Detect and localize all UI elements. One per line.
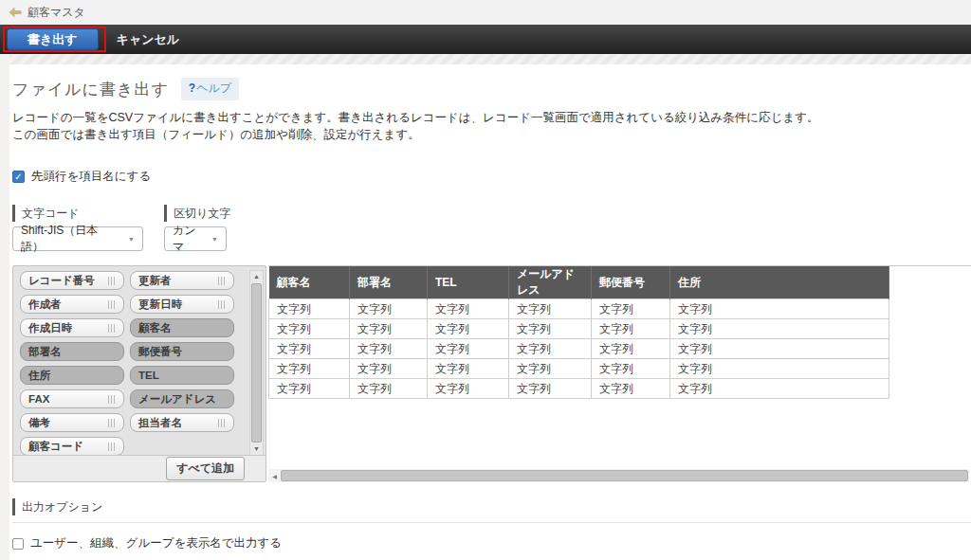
main-content: ファイルに書き出す ?ヘルプ レコードの一覧をCSVファイルに書き出すことができ… [0,78,971,560]
back-arrow-icon[interactable] [9,7,22,18]
delimiter-label: 区切り文字 [164,205,230,222]
header-row-option[interactable]: ✓ 先頭行を項目名にする [12,169,151,185]
header-row-checkbox[interactable]: ✓ [12,171,25,183]
drag-handle-icon [108,324,116,333]
export-button[interactable]: 書き出す [7,28,99,50]
field-chip-label: 住所 [28,369,50,383]
table-cell: 文字列 [509,379,592,399]
table-cell: 文字列 [509,319,592,339]
cancel-button[interactable]: キャンセル [117,31,180,48]
horizontal-scrollbar-thumb[interactable] [281,470,968,481]
output-options-title: 出力オプション [12,498,102,515]
table-horizontal-scrollbar[interactable]: ◀ [268,469,969,482]
charset-group: 文字コード Shift-JIS（日本語） ▼ [12,205,143,251]
page-description: レコードの一覧をCSVファイルに書き出すことができます。書き出されるレコードは、… [12,109,971,143]
table-cell: 文字列 [509,299,592,319]
vertical-scrollbar-thumb[interactable] [251,283,262,443]
table-cell: 文字列 [509,339,592,359]
column-header: 住所 [670,266,889,299]
table-row: 文字列文字列文字列文字列文字列文字列 [269,359,889,379]
field-chip-label: 作成日時 [28,321,72,335]
table-cell: 文字列 [592,339,670,359]
table-cell: 文字列 [670,379,889,399]
column-header: 郵便番号 [592,266,670,299]
field-chip-label: 郵便番号 [138,345,182,359]
table-row: 文字列文字列文字列文字列文字列文字列 [269,299,889,319]
breadcrumb-bar: 顧客マスタ [0,0,971,25]
field-chip[interactable]: TEL [130,366,234,385]
delimiter-select[interactable]: カンマ ▼ [164,226,227,251]
field-chip[interactable]: レコード番号 [20,271,124,290]
field-chip[interactable]: 住所 [20,366,124,385]
drag-handle-icon [108,277,116,285]
output-option-checkbox[interactable] [12,538,24,550]
field-chip[interactable]: 部署名 [20,342,124,361]
column-header: 顧客名 [269,266,350,299]
field-chip[interactable]: 作成日時 [20,318,124,337]
dropdown-caret-icon: ▼ [128,236,135,243]
field-chip[interactable]: 更新者 [130,271,234,290]
field-panel-scrollbar[interactable]: ▲ ▼ [249,270,264,456]
file-format-options: 文字コード Shift-JIS（日本語） ▼ 区切り文字 カンマ ▼ [12,205,971,251]
table-cell: 文字列 [269,379,350,399]
field-chip[interactable]: 郵便番号 [130,342,234,361]
delimiter-selected-value: カンマ [173,223,202,255]
field-chip[interactable]: メールアドレス [130,389,234,408]
field-chip[interactable]: 担当者名 [130,413,234,432]
scroll-up-icon[interactable]: ▲ [253,271,260,282]
table-cell: 文字列 [269,299,350,319]
field-chip[interactable]: 備考 [20,413,124,432]
column-header: メールアドレス [509,266,592,299]
scroll-down-icon[interactable]: ▼ [253,443,260,455]
help-label: ヘルプ [196,81,231,95]
field-chip[interactable]: 顧客コード [20,437,124,456]
field-chip-label: FAX [28,393,49,405]
table-cell: 文字列 [428,299,509,319]
field-panel-footer: すべて追加 [13,455,266,481]
table-row: 文字列文字列文字列文字列文字列文字列 [269,339,889,359]
table-cell: 文字列 [269,359,350,379]
table-cell: 文字列 [670,299,889,319]
drag-handle-icon [218,277,226,285]
table-cell: 文字列 [428,319,509,339]
field-chip-column-2: 更新者更新日時顧客名郵便番号TELメールアドレス担当者名 [130,271,234,461]
table-cell: 文字列 [670,359,889,379]
table-cell: 文字列 [350,379,428,399]
field-chip[interactable]: 顧客名 [130,318,234,337]
drag-handle-icon [218,300,226,309]
description-line-2: この画面では書き出す項目（フィールド）の追加や削除、設定が行えます。 [12,128,420,141]
output-options-header: 出力オプション [12,498,971,523]
output-option[interactable]: ユーザー、組織、グループを表示名で出力する [12,535,282,551]
table-cell: 文字列 [428,359,509,379]
drag-handle-icon [218,419,226,427]
table-row: 文字列文字列文字列文字列文字列文字列 [269,379,889,399]
column-header: TEL [428,266,509,299]
table-cell: 文字列 [428,379,509,399]
field-chip[interactable]: FAX [20,389,124,408]
field-chip-column-1: レコード番号作成者作成日時部署名住所FAX備考顧客コード [20,271,124,461]
output-options-list: ユーザー、組織、グループを表示名で出力するリッチエディターをテキスト形式で出力す… [12,535,971,560]
charset-select[interactable]: Shift-JIS（日本語） ▼ [12,226,143,251]
add-all-button[interactable]: すべて追加 [166,457,245,480]
field-chip[interactable]: 作成者 [20,295,124,314]
field-chip-label: 更新者 [138,274,172,288]
table-cell: 文字列 [592,319,670,339]
table-cell: 文字列 [350,339,428,359]
field-chip-label: 顧客コード [28,440,83,454]
charset-selected-value: Shift-JIS（日本語） [21,223,119,255]
field-chip[interactable]: 更新日時 [130,295,234,314]
field-builder: レコード番号作成者作成日時部署名住所FAX備考顧客コード 更新者更新日時顧客名郵… [12,265,971,482]
field-chip-label: 備考 [28,416,50,430]
action-toolbar: 書き出す キャンセル [0,25,971,54]
header-row-checkbox-label: 先頭行を項目名にする [31,169,151,185]
output-option-label: ユーザー、組織、グループを表示名で出力する [30,535,282,551]
field-picker-panel: レコード番号作成者作成日時部署名住所FAX備考顧客コード 更新者更新日時顧客名郵… [12,265,266,482]
scroll-left-icon[interactable]: ◀ [268,473,281,479]
delimiter-group: 区切り文字 カンマ ▼ [164,205,230,251]
table-cell: 文字列 [269,339,350,359]
help-link[interactable]: ?ヘルプ [181,78,239,100]
table-cell: 文字列 [592,299,670,319]
breadcrumb-app-name[interactable]: 顧客マスタ [27,5,85,21]
field-chip-label: 作成者 [28,298,62,312]
table-row: 文字列文字列文字列文字列文字列文字列 [269,319,889,339]
